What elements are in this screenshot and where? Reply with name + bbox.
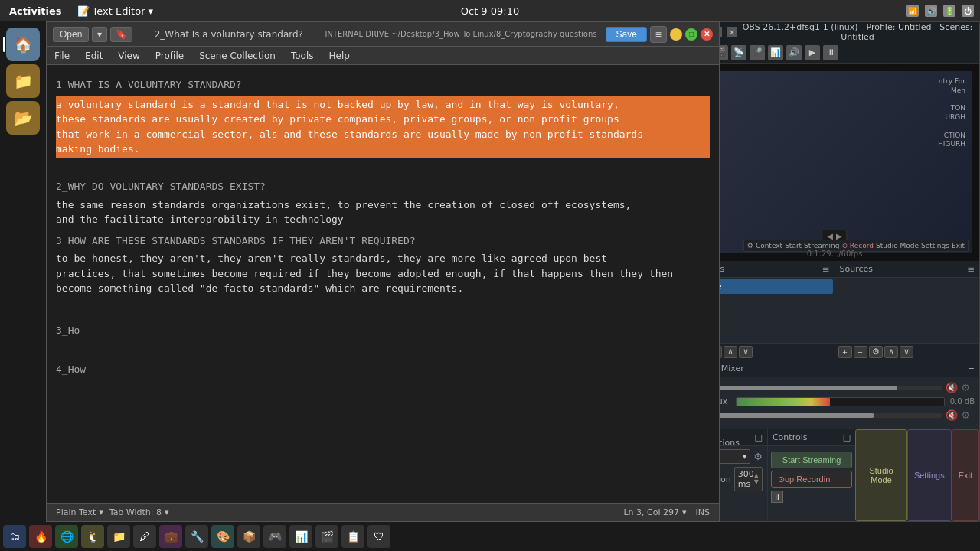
text-editor-window: Open ▾ 🔖 2_What Is a voluntary standard?… [46, 21, 720, 522]
obs-controls-panel: Controls □ Start Streaming ⊙op Recordin … [768, 429, 855, 521]
dock: 🏠 📁 📂 [0, 21, 46, 522]
obs-icon-3[interactable]: 📡 [731, 45, 746, 60]
taskbar-icon-11[interactable]: 🎮 [263, 525, 286, 548]
source-add-btn[interactable]: + [838, 346, 852, 358]
taskbar-icon-3[interactable]: 🌐 [55, 525, 78, 548]
tabwidth-status[interactable]: Tab Width: 8 ▾ [109, 507, 169, 517]
taskbar-icon-8[interactable]: 🔧 [185, 525, 208, 548]
mixer-channel-mic: Mic/Aux 0.0 dB [694, 396, 975, 406]
duration-spinner[interactable]: ▲ ▼ [754, 473, 759, 485]
position-status[interactable]: Ln 3, Col 297 ▾ [623, 507, 686, 517]
app-name-icon: 📝 [77, 5, 90, 17]
obs-preview-text-2: TON URGH [945, 104, 965, 122]
maximize-button[interactable]: □ [685, 28, 697, 41]
scene-down-btn[interactable]: ∨ [739, 346, 753, 358]
taskbar-icon-1[interactable]: 🗂 [3, 525, 26, 548]
obs-mini-btn-2[interactable]: Start Streaming [785, 242, 839, 249]
menu-edit[interactable]: Edit [77, 47, 110, 64]
dropdown-icon[interactable]: ▾ [149, 5, 154, 17]
menu-scene-collection[interactable]: Scene Collection [191, 47, 283, 64]
clock: Oct 9 09:10 [461, 5, 519, 17]
settings-button[interactable]: Settings [907, 429, 952, 521]
activities-button[interactable]: Activities [0, 5, 71, 17]
bookmark-toolbar-button[interactable]: 🔖 [110, 27, 132, 42]
obs-sources-content[interactable] [835, 278, 980, 343]
taskbar-icon-9[interactable]: 🎨 [211, 525, 234, 548]
open-dropdown-button[interactable]: ▾ [92, 27, 107, 42]
taskbar-icon-4[interactable]: 🐧 [81, 525, 104, 548]
transition-gear-icon[interactable]: ⚙ [753, 451, 763, 462]
minimize-button[interactable]: − [670, 28, 682, 41]
taskbar-icon-2[interactable]: 🔥 [29, 525, 52, 548]
source-down-btn[interactable]: ∨ [900, 346, 913, 358]
dock-icon-folder[interactable]: 📁 [6, 64, 40, 98]
scene-up-btn[interactable]: ∧ [724, 346, 737, 358]
obs-preview-content: ntry For Men TON URGH CTION HIGURH [697, 71, 972, 253]
obs-preview-text-1: ntry For Men [939, 77, 965, 95]
controls-collapse[interactable]: □ [843, 432, 851, 442]
taskbar-icon-7[interactable]: 💼 [159, 525, 182, 548]
obs-mini-btn-1[interactable]: ⚙ [747, 242, 753, 249]
obs-sources-panel: Sources ≡ + − ⚙ ∧ ∨ [835, 261, 980, 360]
taskbar-icon-5[interactable]: 📁 [107, 525, 130, 548]
vol-mute-1[interactable]: 🔇 [946, 382, 958, 393]
menu-button[interactable]: ≡ [650, 26, 667, 43]
sources-label: Sources [840, 264, 874, 274]
taskbar-icon-6[interactable]: 🖊 [133, 525, 156, 548]
window-controls: − □ ✕ [670, 28, 713, 41]
tab-path: INTERNAL DRIVE ~/Desktop/3_How To Linux/… [325, 30, 596, 38]
menu-profile[interactable]: Profile [148, 47, 191, 64]
menu-file[interactable]: File [47, 47, 77, 64]
vol-mute-mic[interactable]: 🔇 [946, 409, 958, 421]
dock-icon-files2[interactable]: 📂 [6, 101, 40, 135]
obs-icon-7[interactable]: ▶ [805, 45, 820, 60]
menu-tools[interactable]: Tools [283, 47, 322, 64]
editor-statusbar: Plain Text ▾ Tab Width: 8 ▾ Ln 3, Col 29… [47, 503, 719, 521]
taskbar-icon-14[interactable]: 📋 [341, 525, 364, 548]
duration-input[interactable]: 300 ms ▲ ▼ [734, 467, 763, 491]
menu-help[interactable]: Help [321, 47, 357, 64]
para-2: the same reason standards organizations … [56, 197, 710, 227]
obs-mini-btn-studio[interactable]: Studio Mode [876, 242, 919, 249]
vol-gear-1[interactable]: ⚙ [961, 382, 970, 393]
menu-view[interactable]: View [110, 47, 147, 64]
save-button[interactable]: Save [606, 27, 646, 42]
taskbar-icon-15[interactable]: 🛡 [368, 525, 390, 548]
heading-3: 3_HOW ARE THESE STANDARDS STANDARDS IF T… [56, 233, 710, 249]
editor-content[interactable]: 1_WHAT IS A VOLUNTARY STANDARD? a volunt… [47, 65, 719, 503]
transitions-collapse[interactable]: □ [755, 432, 763, 442]
tab-title: 2_What Is a voluntary standard? [136, 29, 322, 40]
obs-icon-5[interactable]: 📊 [768, 45, 783, 60]
heading-2: 2_WHY DO VOLUNTARY STANDARDS EXIST? [56, 179, 710, 194]
vol-gear-mic[interactable]: ⚙ [961, 409, 970, 421]
sources-menu-icon[interactable]: ≡ [967, 264, 975, 275]
obs-mini-btn-record[interactable]: ⊙ Record [841, 242, 874, 249]
mode-label: INS [696, 507, 710, 517]
obs-mini-btn-exit[interactable]: Exit [952, 242, 965, 249]
start-streaming-button[interactable]: Start Streaming [771, 452, 852, 468]
obs-icon-8[interactable]: ⏸ [823, 45, 838, 60]
filetype-status[interactable]: Plain Text ▾ [56, 507, 103, 517]
taskbar-icon-10[interactable]: 📦 [237, 525, 260, 548]
open-toolbar-button[interactable]: Open [53, 27, 89, 42]
source-settings-btn[interactable]: ⚙ [869, 346, 883, 358]
obs-close[interactable]: ✕ [727, 27, 737, 37]
mixer-menu-icon[interactable]: ≡ [968, 364, 975, 373]
stop-recording-button[interactable]: ⊙op Recordin [771, 471, 852, 488]
source-remove-btn[interactable]: − [854, 346, 867, 358]
taskbar-icon-13[interactable]: 🎬 [315, 525, 338, 548]
selected-text: a voluntary standard is a standard that … [56, 96, 710, 158]
obs-icon-6[interactable]: 🔊 [786, 45, 802, 60]
power-icon[interactable]: ⏻ [962, 5, 974, 17]
obs-mini-btn-settings[interactable]: Settings [921, 242, 949, 249]
scenes-menu-icon[interactable]: ≡ [822, 264, 829, 275]
close-button[interactable]: ✕ [701, 28, 713, 41]
dock-icon-files[interactable]: 🏠 [6, 28, 40, 61]
obs-icon-4[interactable]: 🎤 [750, 45, 765, 60]
obs-fps: 0:1.29.../60fps [807, 249, 863, 258]
taskbar-icon-12[interactable]: 📊 [289, 525, 312, 548]
pause-button[interactable]: ⏸ [771, 491, 783, 503]
exit-button[interactable]: Exit [952, 429, 979, 521]
source-up-btn[interactable]: ∧ [884, 346, 898, 358]
studio-mode-button[interactable]: Studio Mode [855, 429, 907, 521]
